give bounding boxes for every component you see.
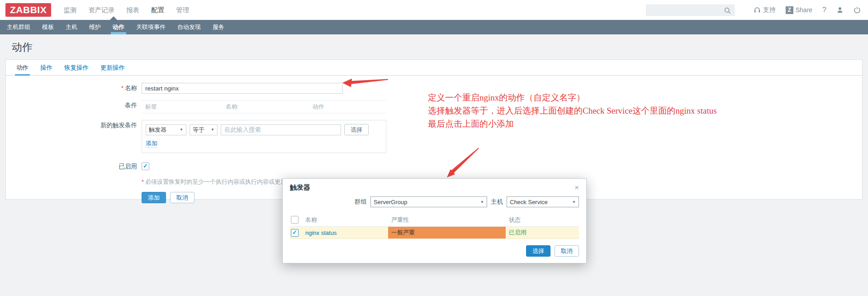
global-search-box: [646, 5, 735, 16]
nav-reports[interactable]: 报表: [120, 6, 145, 14]
tab-action[interactable]: 动作: [10, 60, 34, 75]
trigger-name-link[interactable]: nginx status: [305, 229, 337, 236]
subnav-maintenance[interactable]: 维护: [83, 20, 107, 34]
group-select-value: ServerGroup: [374, 199, 407, 205]
chevron-down-icon: ▼: [480, 200, 484, 204]
subnav-hosts[interactable]: 主机: [60, 20, 83, 34]
help-link[interactable]: ?: [822, 6, 826, 14]
search-icon[interactable]: [724, 7, 731, 14]
logout-icon[interactable]: [854, 6, 861, 14]
top-nav-bar: ZABBIX 监测 资产记录 报表 配置 管理 支持 Z Share ?: [0, 0, 868, 20]
tab-update-operations[interactable]: 更新操作: [95, 60, 131, 75]
headset-icon: [754, 7, 761, 14]
chevron-down-icon: ▼: [211, 128, 214, 132]
subnav-services[interactable]: 服务: [207, 20, 230, 34]
condition-operator-select[interactable]: 等于 ▼: [190, 124, 218, 135]
group-select[interactable]: ServerGroup ▼: [370, 196, 487, 207]
form-cancel-button[interactable]: 取消: [170, 192, 194, 203]
top-nav-menu: 监测 资产记录 报表 配置 管理: [57, 6, 195, 14]
subnav-discovery[interactable]: 自动发现: [171, 20, 207, 34]
nav-inventory[interactable]: 资产记录: [82, 6, 120, 14]
power-icon: [854, 6, 861, 14]
status-badge: 已启用: [506, 229, 579, 237]
zabbix-share-icon: Z: [786, 6, 793, 14]
dialog-title: 触发器: [290, 183, 310, 192]
form-add-button[interactable]: 添加: [142, 192, 166, 203]
condition-search-input[interactable]: [221, 124, 341, 135]
nav-administration[interactable]: 管理: [170, 6, 195, 14]
conditions-table-header: 标签 名称 动作: [142, 100, 386, 114]
group-label: 群组: [355, 198, 367, 206]
conditions-col-tag: 标签: [142, 103, 226, 111]
chevron-down-icon: ▼: [572, 200, 576, 204]
trigger-col-severity: 严重性: [388, 213, 506, 226]
name-label: *名称: [6, 83, 142, 94]
subnav-host-groups[interactable]: 主机群组: [1, 20, 36, 34]
trigger-table: 名称 严重性 状态 nginx status 一般严重 已启用: [290, 213, 579, 239]
subnav-event-correlation[interactable]: 关联项事件: [130, 20, 171, 34]
enabled-label: 已启用: [6, 161, 142, 172]
nav-monitoring[interactable]: 监测: [57, 6, 82, 14]
host-select[interactable]: Check Service ▼: [507, 196, 579, 207]
condition-operator-value: 等于: [193, 126, 204, 134]
condition-select-button[interactable]: 选择: [344, 124, 369, 135]
trigger-dialog: 触发器 × 群组 ServerGroup ▼ 主机 Check Service …: [282, 178, 587, 263]
user-icon: [836, 6, 844, 14]
chevron-down-icon: ▼: [180, 128, 183, 132]
trigger-row-checkbox[interactable]: [291, 229, 299, 237]
host-label: 主机: [491, 198, 503, 206]
select-all-checkbox[interactable]: [291, 216, 299, 224]
form-tabs: 动作 操作 恢复操作 更新操作: [6, 60, 862, 76]
page-header: 动作: [0, 34, 868, 59]
sub-nav-bar: 主机群组 模板 主机 维护 动作 关联项事件 自动发现 服务: [0, 20, 868, 34]
annotation-line-2: 选择触发器等于，进入后选择上面创建的Check Service这个里面的ngin…: [428, 104, 717, 117]
conditions-label: 条件: [6, 100, 142, 111]
annotation-line-1: 定义一个重启nginx的动作（自定义名字）: [428, 91, 717, 104]
profile-link[interactable]: [836, 6, 844, 14]
annotation-line-3: 最后点击上面的小添加: [428, 117, 717, 130]
conditions-col-name: 名称: [226, 103, 313, 111]
dialog-cancel-button[interactable]: 取消: [555, 245, 579, 257]
close-icon[interactable]: ×: [574, 185, 579, 191]
subnav-templates[interactable]: 模板: [36, 20, 60, 34]
dialog-select-button[interactable]: 选择: [526, 245, 550, 257]
annotation-note: 定义一个重启nginx的动作（自定义名字） 选择触发器等于，进入后选择上面创建的…: [428, 91, 717, 130]
host-select-value: Check Service: [510, 199, 548, 205]
share-link[interactable]: Z Share: [786, 6, 812, 14]
add-condition-link[interactable]: 添加: [146, 139, 157, 148]
new-condition-label: 新的触发条件: [6, 120, 142, 131]
trigger-col-name: 名称: [305, 216, 388, 224]
condition-type-value: 触发器: [149, 126, 166, 134]
top-right-tools: 支持 Z Share ?: [646, 5, 868, 16]
severity-badge: 一般严重: [388, 227, 506, 239]
support-label: 支持: [763, 6, 776, 14]
action-name-input[interactable]: [142, 83, 343, 94]
trigger-col-status: 状态: [506, 216, 579, 224]
tab-recovery-operations[interactable]: 恢复操作: [58, 60, 95, 75]
active-menu-pointer: [110, 16, 117, 20]
share-label: Share: [796, 6, 812, 14]
new-condition-box: 触发器 ▼ 等于 ▼ 选择 添加: [142, 120, 386, 153]
tab-operations[interactable]: 操作: [34, 60, 58, 75]
required-asterisk: *: [142, 178, 144, 185]
search-input[interactable]: [646, 5, 734, 15]
nav-configuration[interactable]: 配置: [145, 6, 170, 14]
support-link[interactable]: 支持: [754, 6, 776, 14]
zabbix-logo[interactable]: ZABBIX: [5, 3, 51, 17]
enabled-checkbox[interactable]: [142, 162, 149, 170]
required-asterisk: *: [121, 85, 123, 91]
subnav-actions[interactable]: 动作: [107, 20, 130, 34]
page-title: 动作: [12, 40, 868, 54]
conditions-col-action: 动作: [313, 103, 386, 111]
trigger-table-row[interactable]: nginx status 一般严重 已启用: [290, 227, 579, 239]
condition-type-select[interactable]: 触发器 ▼: [146, 124, 186, 135]
